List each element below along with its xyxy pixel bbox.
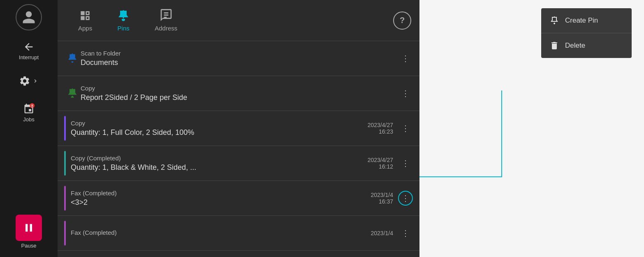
sidebar-item-interrupt[interactable]: Interrupt: [0, 39, 58, 63]
delete-icon: [549, 41, 559, 51]
item-subtitle: <3>2: [71, 198, 371, 207]
item-text: Copy Report 2Sided / 2 Page per Side: [81, 85, 398, 102]
item-text: Scan to Folder Documents: [81, 50, 398, 67]
item-subtitle: Documents: [81, 58, 398, 67]
list-item[interactable]: Copy (Completed) Quantity: 1, Black & Wh…: [58, 146, 419, 181]
svg-rect-5: [554, 23, 555, 24]
sidebar-item-pause[interactable]: Pause: [16, 215, 42, 253]
context-menu-delete[interactable]: Delete: [541, 33, 632, 58]
tab-address[interactable]: Address: [142, 5, 190, 36]
item-title: Copy: [71, 120, 368, 127]
more-button[interactable]: ⋮: [398, 86, 413, 101]
time-value: 16:23: [379, 128, 393, 135]
item-date: 2023/4/27 16:23: [368, 122, 393, 135]
more-button[interactable]: ⋮: [398, 156, 413, 171]
time-value: 16:12: [379, 163, 393, 170]
svg-rect-3: [71, 97, 74, 97]
left-bar-purple: [64, 116, 66, 141]
delete-label: Delete: [565, 42, 585, 50]
item-text: Copy (Completed) Quantity: 1, Black & Wh…: [71, 155, 368, 172]
pin-icon-blue: [64, 53, 81, 64]
item-subtitle: Quantity: 1, Full Color, 2 Sided, 100%: [71, 128, 368, 137]
more-button[interactable]: ⋮: [398, 226, 413, 241]
left-bar-purple3: [64, 221, 66, 245]
item-title: Copy (Completed): [71, 155, 368, 162]
tab-address-label: Address: [155, 25, 177, 32]
jobs-label: Jobs: [23, 116, 34, 123]
item-date: 2023/1/4: [371, 230, 394, 236]
context-menu-create-pin[interactable]: Create Pin: [541, 8, 632, 33]
context-menu: Create Pin Delete: [541, 8, 632, 58]
pin-icon: [549, 16, 559, 25]
main-content: Apps Pins Address ?: [58, 0, 419, 257]
pins-list: Scan to Folder Documents ⋮ Copy Report 2…: [58, 41, 419, 257]
more-button[interactable]: ⋮: [398, 121, 413, 136]
list-item[interactable]: Copy Report 2Sided / 2 Page per Side ⋮: [58, 76, 419, 111]
item-date: 2023/1/4 16:37: [371, 192, 394, 205]
tab-apps[interactable]: Apps: [66, 5, 104, 36]
left-bar-purple2: [64, 186, 66, 211]
avatar[interactable]: [16, 4, 42, 30]
item-subtitle: Quantity: 1, Black & White, 2 Sided, ...: [71, 163, 368, 172]
tab-pins-label: Pins: [118, 25, 130, 32]
date-value: 2023/4/27: [368, 122, 393, 128]
item-subtitle: Report 2Sided / 2 Page per Side: [81, 93, 398, 102]
sidebar-item-settings[interactable]: [0, 73, 58, 91]
pin-icon-green: [64, 88, 81, 99]
sidebar-item-jobs[interactable]: Jobs: [0, 101, 58, 125]
tab-apps-label: Apps: [78, 25, 92, 32]
list-item[interactable]: Copy Quantity: 1, Full Color, 2 Sided, 1…: [58, 111, 419, 146]
tabs-bar: Apps Pins Address ?: [58, 0, 419, 41]
date-value: 2023/1/4: [371, 192, 394, 198]
more-button[interactable]: ⋮: [398, 51, 413, 66]
item-title: Copy: [81, 85, 398, 92]
tab-pins[interactable]: Pins: [104, 5, 142, 36]
pause-label: Pause: [21, 243, 37, 249]
item-text: Copy Quantity: 1, Full Color, 2 Sided, 1…: [71, 120, 368, 137]
item-title: Fax (Completed): [71, 190, 371, 197]
item-title: Fax (Completed): [71, 229, 371, 236]
create-pin-label: Create Pin: [565, 16, 598, 25]
item-date: 2023/4/27 16:12: [368, 157, 393, 170]
item-title: Scan to Folder: [81, 50, 398, 57]
list-item[interactable]: Fax (Completed) <3>2 2023/1/4 16:37 ⋮: [58, 181, 419, 216]
pause-button[interactable]: [16, 215, 42, 241]
date-value: 2023/4/27: [368, 157, 393, 163]
item-text: Fax (Completed) <3>2: [71, 190, 371, 207]
right-area: Create Pin Delete: [419, 0, 644, 257]
sidebar: Interrupt Jobs Pause: [0, 0, 58, 257]
item-text: Fax (Completed): [71, 229, 371, 238]
interrupt-label: Interrupt: [19, 54, 39, 60]
left-bar-teal: [64, 151, 66, 176]
help-button[interactable]: ?: [393, 12, 411, 30]
more-button-active[interactable]: ⋮: [398, 191, 413, 206]
list-item[interactable]: Fax (Completed) 2023/1/4 ⋮: [58, 216, 419, 251]
time-value: 16:37: [379, 198, 393, 205]
list-item[interactable]: Scan to Folder Documents ⋮: [58, 41, 419, 76]
date-value: 2023/1/4: [371, 230, 394, 236]
